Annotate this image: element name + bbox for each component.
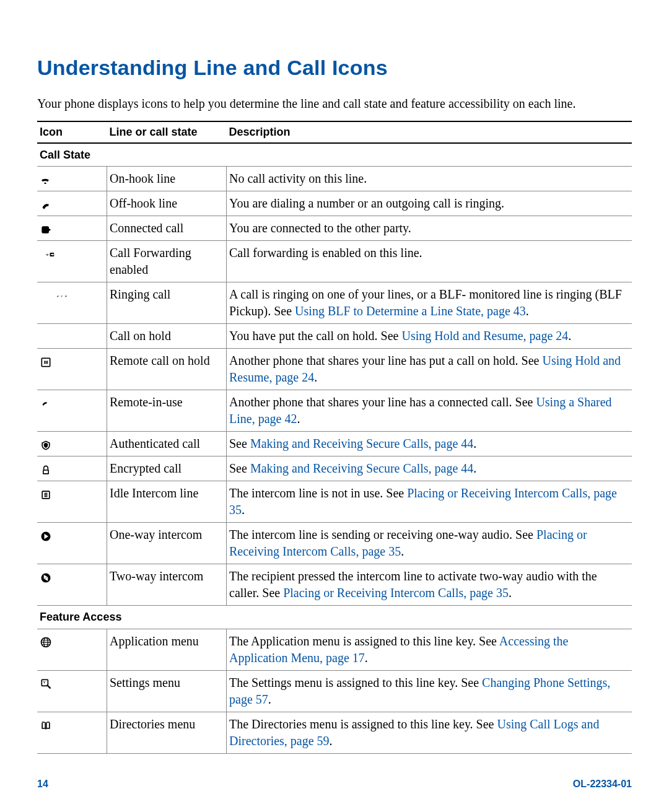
table-row: Ringing callA call is ringing on one of …: [37, 282, 632, 324]
cell-state: Remote-in-use: [107, 390, 227, 432]
cell-desc: See Making and Receiving Secure Calls, p…: [227, 456, 632, 481]
desc-text: See: [229, 437, 250, 450]
cell-state: Authenticated call: [107, 432, 227, 456]
cell-icon: [37, 282, 107, 324]
connected-call-icon: [40, 224, 52, 236]
cell-icon: [37, 456, 107, 481]
cell-desc: The recipient pressed the intercom line …: [227, 564, 632, 606]
desc-text-post: .: [242, 503, 245, 517]
cell-icon: [37, 629, 107, 670]
cell-desc: You are connected to the other party.: [227, 216, 632, 241]
two-way-intercom-icon: [40, 572, 52, 584]
encrypted-call-icon: [40, 464, 52, 476]
desc-text-post: .: [330, 734, 333, 748]
page-number: 14: [37, 779, 48, 790]
section-header-feature-access: Feature Access: [37, 606, 632, 629]
off-hook-icon: [40, 199, 51, 211]
table-row: Call on holdYou have put the call on hol…: [37, 324, 632, 349]
table-row: Two-way intercomThe recipient pressed th…: [37, 564, 632, 606]
idle-intercom-icon: [40, 489, 52, 501]
cell-icon: [37, 390, 107, 432]
cell-desc: You have put the call on hold. See Using…: [227, 324, 632, 349]
table-row: Authenticated callSee Making and Receivi…: [37, 432, 632, 456]
cell-state: Two-way intercom: [107, 564, 227, 606]
cell-icon: [37, 167, 107, 191]
xref-link[interactable]: Making and Receiving Secure Calls, page …: [250, 461, 473, 475]
cell-state: Remote call on hold: [107, 349, 227, 390]
table-row: Connected callYou are connected to the o…: [37, 216, 632, 241]
ringing-call-icon: [40, 290, 84, 302]
cell-state: Application menu: [107, 629, 227, 670]
directories-menu-icon: [40, 719, 52, 731]
on-hook-icon: [40, 175, 51, 186]
intro-paragraph: Your phone displays icons to help you de…: [37, 95, 632, 112]
table-row: One-way intercomThe intercom line is sen…: [37, 523, 632, 564]
col-header-state: Line or call state: [107, 121, 227, 143]
col-header-icon: Icon: [37, 121, 107, 143]
cell-state: Encrypted call: [107, 456, 227, 481]
desc-text: You have put the call on hold. See: [229, 329, 402, 343]
xref-link[interactable]: Placing or Receiving Intercom Calls, pag…: [283, 586, 509, 600]
cell-state: Connected call: [107, 216, 227, 241]
col-header-desc: Description: [227, 121, 632, 143]
xref-link[interactable]: Using Hold and Resume, page 24: [402, 329, 569, 343]
desc-text: The Directories menu is assigned to this…: [229, 717, 497, 731]
call-forward-icon: [40, 249, 62, 260]
cell-desc: The Application menu is assigned to this…: [227, 629, 632, 670]
desc-text-post: .: [509, 586, 512, 600]
cell-desc: You are dialing a number or an outgoing …: [227, 191, 632, 216]
cell-desc: Another phone that shares your line has …: [227, 390, 632, 432]
remote-in-use-icon: [40, 398, 51, 409]
cell-state: Call on hold: [107, 324, 227, 349]
one-way-intercom-icon: [40, 530, 52, 543]
cell-icon: [37, 712, 107, 753]
cell-icon: [37, 191, 107, 216]
cell-icon: [37, 432, 107, 456]
desc-text-post: .: [473, 461, 476, 475]
cell-icon: [37, 670, 107, 712]
desc-text: You are connected to the other party.: [229, 221, 411, 235]
desc-text: Call forwarding is enabled on this line.: [229, 246, 422, 260]
table-row: Idle Intercom lineThe intercom line is n…: [37, 481, 632, 523]
table-row: Remote-in-useAnother phone that shares y…: [37, 390, 632, 432]
cell-icon: [37, 349, 107, 390]
cell-desc: See Making and Receiving Secure Calls, p…: [227, 432, 632, 456]
desc-text: The intercom line is sending or receivin…: [229, 528, 536, 541]
cell-desc: A call is ringing on one of your lines, …: [227, 282, 632, 324]
cell-state: Idle Intercom line: [107, 481, 227, 523]
desc-text-post: .: [473, 437, 476, 450]
cell-icon: [37, 324, 107, 349]
cell-state: Off-hook line: [107, 191, 227, 216]
xref-link[interactable]: Using BLF to Determine a Line State, pag…: [295, 304, 526, 318]
cell-desc: The Settings menu is assigned to this li…: [227, 670, 632, 712]
desc-text-post: .: [314, 370, 317, 384]
table-row: Off-hook lineYou are dialing a number or…: [37, 191, 632, 216]
cell-icon: [37, 523, 107, 564]
cell-desc: The intercom line is not in use. See Pla…: [227, 481, 632, 523]
desc-text: You are dialing a number or an outgoing …: [229, 196, 504, 210]
cell-desc: The intercom line is sending or receivin…: [227, 523, 632, 564]
desc-text: See: [229, 461, 250, 475]
cell-state: Call Forwarding enabled: [107, 241, 227, 282]
desc-text: No call activity on this line.: [229, 172, 367, 185]
table-row: Call Forwarding enabledCall forwarding i…: [37, 241, 632, 282]
desc-text: The intercom line is not in use. See: [229, 486, 407, 500]
desc-text-post: .: [297, 412, 300, 426]
settings-menu-icon: [40, 678, 52, 690]
cell-state: Directories menu: [107, 712, 227, 753]
cell-state: On-hook line: [107, 167, 227, 191]
document-page: Understanding Line and Call Icons Your p…: [0, 0, 669, 812]
cell-desc: Another phone that shares your line has …: [227, 349, 632, 390]
cell-icon: [37, 241, 107, 282]
cell-desc: Call forwarding is enabled on this line.: [227, 241, 632, 282]
remote-hold-icon: [40, 356, 52, 369]
page-footer: 14 OL-22334-01: [37, 779, 632, 790]
table-row: Encrypted callSee Making and Receiving S…: [37, 456, 632, 481]
icons-table: Icon Line or call state Description Call…: [37, 121, 632, 754]
page-title: Understanding Line and Call Icons: [37, 56, 632, 80]
xref-link[interactable]: Making and Receiving Secure Calls, page …: [250, 437, 473, 450]
doc-id: OL-22334-01: [573, 779, 632, 790]
application-menu-icon: [40, 636, 52, 648]
authenticated-call-icon: [40, 439, 52, 452]
desc-text: The Application menu is assigned to this…: [229, 634, 499, 648]
